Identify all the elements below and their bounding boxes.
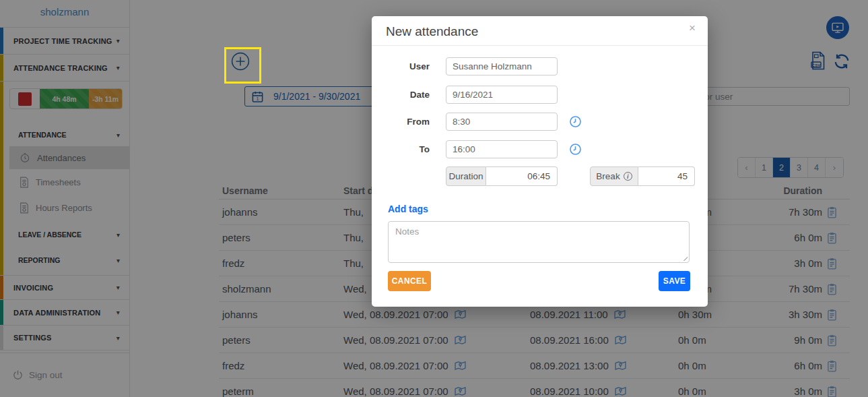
cancel-button[interactable]: CANCEL [388,271,431,291]
app-window: sholzmann PROJECT TIME TRACKING ▾ ATTEND… [0,0,868,397]
modal-title: New attendance [386,24,478,39]
to-label: To [372,144,430,154]
break-field[interactable] [638,166,695,186]
clock-icon[interactable] [569,115,582,128]
break-label-text: Break [596,171,620,181]
from-label: From [372,117,430,127]
save-button[interactable]: SAVE [659,271,690,291]
duration-field[interactable] [486,166,558,186]
break-label: Break i [590,166,638,186]
notes-textarea[interactable] [388,221,690,263]
clock-icon[interactable] [569,143,582,156]
date-label: Date [372,90,430,100]
from-time-field[interactable] [446,113,558,131]
modal-header: New attendance × [372,16,708,46]
close-icon[interactable]: × [689,22,696,34]
new-attendance-modal: New attendance × User Date From To Durat… [372,16,708,307]
add-tags-link[interactable]: Add tags [388,204,428,214]
user-field[interactable] [446,57,558,75]
to-time-field[interactable] [446,140,558,158]
annotation-highlight-box [224,47,261,84]
info-icon[interactable]: i [624,172,632,181]
duration-label: Duration [446,166,486,186]
date-field[interactable] [446,86,558,104]
user-label: User [372,61,430,71]
